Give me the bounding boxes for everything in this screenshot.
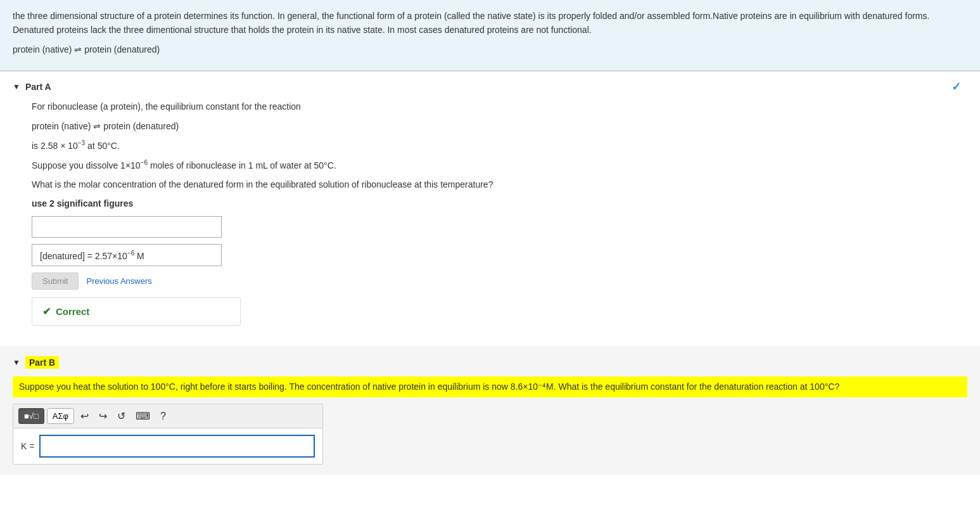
q4-prefix: Suppose you dissolve 1×10 <box>32 160 141 170</box>
math-symbol-btn[interactable]: ■√□ <box>18 408 44 424</box>
reset-btn[interactable]: ↺ <box>113 408 129 424</box>
part-a-header: ▼ Part A ✓ <box>13 82 967 92</box>
part-a-section: ▼ Part A ✓ For ribonuclease (a protein),… <box>0 72 980 346</box>
k-label: K = <box>21 441 34 451</box>
part-a-check-mark: ✓ <box>951 80 961 94</box>
part-a-content: For ribonuclease (a protein), the equili… <box>13 99 967 326</box>
q2-text: protein (native) ⇌ protein (denatured) <box>32 121 179 131</box>
answer-exp: −6 <box>127 250 134 257</box>
part-a-q5: What is the molar concentration of the d… <box>32 177 967 191</box>
submit-row: Submit Previous Answers <box>32 273 967 290</box>
part-a-instruction: use 2 significant figures <box>32 196 967 210</box>
part-b-section: ▼ Part B Suppose you heat the solution t… <box>0 346 980 475</box>
undo-btn[interactable]: ↩ <box>77 408 92 424</box>
correct-check-icon: ✔ <box>42 305 51 318</box>
math-toolbar: ■√□ ΑΣφ ↩ ↪ ↺ ⌨ ? <box>13 404 322 428</box>
q3-text: is 2.58 × 10 <box>32 141 78 151</box>
part-a-q1: For ribonuclease (a protein), the equili… <box>32 99 967 113</box>
help-btn[interactable]: ? <box>156 409 170 424</box>
answer-unit: M <box>134 250 144 260</box>
part-b-label: Part B <box>25 356 59 369</box>
part-b-question: Suppose you heat the solution to 100°C, … <box>13 376 967 397</box>
part-a-q2: protein (native) ⇌ protein (denatured) <box>32 119 967 133</box>
part-a-q3: is 2.58 × 10−3 at 50°C. <box>32 138 967 153</box>
answer-input-row <box>32 216 967 238</box>
part-a-label: Part A <box>25 82 51 92</box>
keyboard-btn[interactable]: ⌨ <box>132 408 154 424</box>
info-paragraph: the three dimensional structure of a pro… <box>13 9 967 37</box>
q3-exp: −3 <box>78 139 85 146</box>
math-input-row: K = <box>13 428 322 464</box>
page-container: the three dimensional structure of a pro… <box>0 0 980 526</box>
info-equation: protein (native) ⇌ protein (denatured) <box>13 42 967 56</box>
redo-btn[interactable]: ↪ <box>95 408 111 424</box>
part-a-collapse-arrow[interactable]: ▼ <box>13 82 20 91</box>
part-b-header: ▼ Part B <box>13 356 967 369</box>
part-b-collapse-arrow[interactable]: ▼ <box>13 358 20 367</box>
k-input[interactable] <box>39 435 315 458</box>
answer-display: [denatured] = 2.57×10−6 M <box>32 244 967 267</box>
correct-text: Correct <box>56 306 89 317</box>
correct-badge: ✔ Correct <box>32 297 241 326</box>
answer-input[interactable] <box>32 216 222 238</box>
previous-answers-link[interactable]: Previous Answers <box>86 276 151 286</box>
greek-letters-btn[interactable]: ΑΣφ <box>47 408 74 424</box>
q4-suffix: moles of ribonuclease in 1 mL of water a… <box>148 160 336 170</box>
part-a-q4: Suppose you dissolve 1×10−6 moles of rib… <box>32 158 967 172</box>
answer-prefix: [denatured] = 2.57×10 <box>40 250 127 260</box>
q3-suffix: at 50°C. <box>85 141 120 151</box>
info-box: the three dimensional structure of a pro… <box>0 0 980 71</box>
math-editor: ■√□ ΑΣφ ↩ ↪ ↺ ⌨ ? K = <box>13 404 323 465</box>
q4-exp: −6 <box>141 159 148 166</box>
submit-button[interactable]: Submit <box>32 273 79 290</box>
